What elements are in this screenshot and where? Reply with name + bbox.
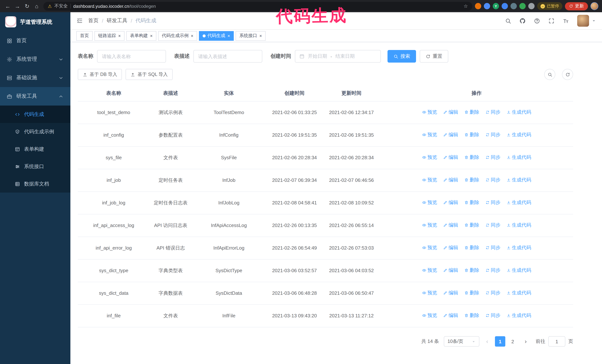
tab-4[interactable]: 代码生成 ×: [199, 31, 234, 41]
import-db-button[interactable]: 基于 DB 导入: [78, 69, 122, 80]
tab-2[interactable]: 表单构建 ×: [126, 31, 156, 41]
action-trash[interactable]: 删除: [464, 108, 479, 116]
close-tab-icon[interactable]: ×: [118, 33, 121, 38]
action-trash[interactable]: 删除: [464, 312, 479, 320]
toggle-search-button[interactable]: [544, 69, 555, 80]
address-bar[interactable]: ⚠ 不安全 dashboard.yudao.iocoder.cn/tool/co…: [43, 2, 472, 10]
back-icon[interactable]: ←: [4, 2, 12, 10]
menu-fold-icon[interactable]: [76, 17, 83, 24]
action-download[interactable]: 生成代码: [506, 108, 531, 116]
prev-page-button[interactable]: ‹: [483, 336, 492, 347]
tab-5[interactable]: 系统接口 ×: [236, 31, 266, 41]
action-sync[interactable]: 同步: [485, 153, 501, 161]
action-sync[interactable]: 同步: [485, 289, 501, 297]
close-tab-icon[interactable]: ×: [150, 33, 153, 38]
goto-page-input[interactable]: [548, 336, 565, 347]
github-icon[interactable]: [519, 18, 526, 24]
tab-1[interactable]: 链路追踪 ×: [95, 31, 124, 41]
url-text[interactable]: dashboard.yudao.iocoder.cn/tool/codegen: [73, 3, 461, 9]
action-trash[interactable]: 删除: [464, 221, 479, 229]
close-tab-icon[interactable]: ×: [259, 33, 262, 38]
bookmark-star-icon[interactable]: ☆: [464, 3, 468, 9]
action-trash[interactable]: 删除: [464, 176, 479, 184]
action-eye[interactable]: 预览: [422, 108, 437, 116]
action-edit[interactable]: 编辑: [443, 198, 458, 207]
table-desc-input[interactable]: [194, 50, 262, 62]
search-button[interactable]: 搜索: [387, 50, 416, 62]
browser-profile-avatar[interactable]: [591, 2, 598, 10]
sidebar-item-form[interactable]: 表单构建: [0, 140, 70, 158]
extension-icon-people[interactable]: [502, 3, 508, 9]
action-download[interactable]: 生成代码: [506, 153, 531, 161]
question-icon[interactable]: [534, 18, 540, 24]
sidebar-item-code[interactable]: 代码生成: [0, 105, 70, 123]
action-eye[interactable]: 预览: [422, 266, 437, 274]
action-sync[interactable]: 同步: [485, 244, 501, 252]
page-button-2[interactable]: 2: [507, 336, 518, 347]
action-eye[interactable]: 预览: [422, 289, 437, 297]
action-edit[interactable]: 编辑: [443, 244, 458, 252]
action-trash[interactable]: 删除: [464, 266, 479, 274]
action-eye[interactable]: 预览: [422, 221, 437, 229]
action-download[interactable]: 生成代码: [506, 221, 531, 229]
date-range-picker[interactable]: 开始日期 - 结束日期: [295, 50, 381, 62]
extension-icon-green-y[interactable]: Y: [493, 3, 499, 9]
close-tab-icon[interactable]: ×: [191, 33, 194, 38]
page-size-select[interactable]: 10条/页: [444, 336, 479, 347]
reload-icon[interactable]: ↻: [23, 2, 31, 10]
security-label[interactable]: 不安全: [54, 3, 68, 9]
breadcrumb-item-home[interactable]: 首页: [88, 17, 98, 24]
extension-icon-orange[interactable]: [475, 3, 481, 9]
action-eye[interactable]: 预览: [422, 131, 437, 139]
action-edit[interactable]: 编辑: [443, 221, 458, 229]
font-size-icon[interactable]: [563, 18, 569, 24]
action-sync[interactable]: 同步: [485, 198, 501, 207]
sidebar-item-toolbox[interactable]: 研发工具: [0, 87, 70, 105]
action-eye[interactable]: 预览: [422, 176, 437, 184]
update-button[interactable]: 更新: [565, 2, 588, 10]
sidebar-item-api[interactable]: 系统接口: [0, 158, 70, 175]
sidebar-item-shield[interactable]: 代码生成示例: [0, 123, 70, 140]
user-avatar[interactable]: [577, 15, 596, 27]
home-icon[interactable]: ⌂: [32, 2, 41, 10]
import-sql-button[interactable]: 基于 SQL 导入: [126, 69, 173, 80]
action-sync[interactable]: 同步: [485, 266, 501, 274]
action-edit[interactable]: 编辑: [443, 266, 458, 274]
close-tab-icon[interactable]: ×: [227, 33, 230, 38]
action-sync[interactable]: 同步: [485, 131, 501, 139]
action-edit[interactable]: 编辑: [443, 131, 458, 139]
action-sync[interactable]: 同步: [485, 221, 501, 229]
paused-badge[interactable]: 已暂停: [537, 2, 562, 10]
reset-button[interactable]: 重置: [420, 50, 448, 62]
page-button-1[interactable]: 1: [495, 336, 505, 347]
refresh-table-button[interactable]: [562, 69, 573, 80]
fullscreen-icon[interactable]: [548, 18, 555, 24]
action-sync[interactable]: 同步: [485, 312, 501, 320]
sidebar-item-database[interactable]: 数据库文档: [0, 175, 70, 193]
extension-icon-blue-drop[interactable]: [484, 3, 490, 9]
action-download[interactable]: 生成代码: [506, 176, 531, 184]
forward-icon[interactable]: →: [13, 2, 22, 10]
action-download[interactable]: 生成代码: [506, 131, 531, 139]
action-trash[interactable]: 删除: [464, 198, 479, 207]
action-download[interactable]: 生成代码: [506, 312, 531, 320]
action-edit[interactable]: 编辑: [443, 108, 458, 116]
sidebar-item-gear[interactable]: 系统管理: [0, 50, 70, 69]
action-edit[interactable]: 编辑: [443, 176, 458, 184]
app-logo[interactable]: 芋道管理系统: [0, 12, 70, 31]
action-trash[interactable]: 删除: [464, 244, 479, 252]
table-name-input[interactable]: [97, 50, 166, 62]
sidebar-item-server[interactable]: 基础设施: [0, 69, 70, 87]
extension-icon-gray[interactable]: [510, 3, 517, 9]
action-eye[interactable]: 预览: [422, 312, 437, 320]
extension-icon-puzzle[interactable]: [528, 3, 535, 9]
tab-0[interactable]: 首页: [76, 31, 93, 41]
action-sync[interactable]: 同步: [485, 176, 501, 184]
action-download[interactable]: 生成代码: [506, 266, 531, 274]
sidebar-item-home[interactable]: 首页: [0, 31, 70, 50]
action-sync[interactable]: 同步: [485, 108, 501, 116]
tab-3[interactable]: 代码生成示例 ×: [158, 31, 197, 41]
extension-icon-green[interactable]: [519, 3, 526, 9]
search-icon[interactable]: [505, 18, 511, 24]
action-download[interactable]: 生成代码: [506, 198, 531, 207]
